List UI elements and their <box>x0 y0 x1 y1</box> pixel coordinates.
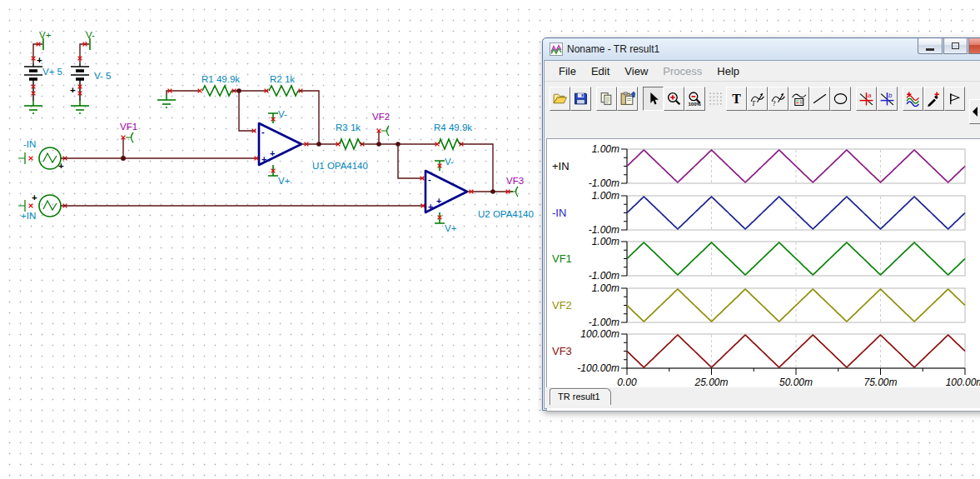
r4-label: R4 49.9k <box>434 122 472 132</box>
window-body: FileEditViewProcessHelp 100%TT?ab 1.00m-… <box>544 60 980 409</box>
probe-vf3[interactable]: VF3 <box>506 176 524 197</box>
u2-minus-input-mark: - <box>428 174 431 184</box>
y-min-label: -1.00m <box>589 317 619 328</box>
window-title: Noname - TR result1 <box>567 42 659 56</box>
plus-in-label: +IN <box>21 211 36 221</box>
copy-button[interactable] <box>596 87 617 111</box>
y-min-label: -1.00m <box>589 177 619 189</box>
tab-tr-result1[interactable]: TR result1 <box>550 388 611 405</box>
source-minus-in[interactable]: + -IN <box>18 139 67 171</box>
u1-ref-label: U1 OPA4140 <box>312 161 368 171</box>
marker-icon <box>947 91 963 107</box>
cursor-time-button[interactable]: T <box>747 87 768 111</box>
y-max-label: 1.00m <box>592 236 619 247</box>
u2-vminus-label: V- <box>445 157 454 167</box>
opamp-u1[interactable]: - + + V- V+ U1 OPA4140 <box>259 109 368 186</box>
grid-button <box>705 87 726 111</box>
r3-label: R3 1k <box>336 122 361 132</box>
zoom-100-button[interactable]: 100% <box>684 87 705 111</box>
x-tick-label: 100.00m <box>946 377 980 388</box>
draw-ellipse-icon <box>833 91 848 107</box>
battery-vplus[interactable]: + V+ V+ 5 <box>24 30 62 113</box>
vminus-value-label: V- 5 <box>94 71 111 81</box>
close-button[interactable]: ✕ <box>968 38 980 54</box>
draw-line-icon <box>812 91 828 107</box>
vminus-tag-label: V- <box>86 30 95 40</box>
trace-label-VF3: VF3 <box>552 345 572 357</box>
voltage-pin-icon <box>510 187 518 197</box>
window-titlebar[interactable]: Noname - TR result1 ✕ <box>543 38 980 60</box>
save-button[interactable] <box>570 87 591 111</box>
x-tick-label: 0.00 <box>617 377 637 388</box>
pick-curve-button[interactable] <box>923 87 944 111</box>
draw-line-button[interactable] <box>809 87 830 111</box>
y-min-label: -1.00m <box>589 224 619 236</box>
draw-ellipse-button[interactable] <box>830 87 851 111</box>
menu-edit[interactable]: Edit <box>585 62 616 80</box>
svg-text:a: a <box>868 91 872 98</box>
source-plus-mark: + <box>58 161 64 171</box>
plot-area[interactable]: 1.00m-1.00m+IN1.00m-1.00m-IN1.00m-1.00mV… <box>546 138 980 412</box>
minimize-button[interactable] <box>918 38 943 54</box>
u1-vminus-label: V- <box>278 109 287 119</box>
resistor-r2[interactable]: R2 1k <box>265 74 303 96</box>
cursor-b-button[interactable]: b <box>877 87 898 111</box>
zoom-in-icon <box>666 91 682 107</box>
menu-bar: FileEditViewProcessHelp <box>545 61 980 82</box>
voltage-pin-icon <box>126 132 133 142</box>
u1-plus-input-mark: + <box>261 154 266 164</box>
source-plus-mark: + <box>32 192 37 202</box>
probe-vf2[interactable]: VF2 <box>372 112 390 144</box>
y-max-label: 1.00m <box>592 282 619 294</box>
source-plus-in[interactable]: + +IN <box>18 192 67 221</box>
probe-vf1[interactable]: VF1 <box>120 122 137 158</box>
trace-label-VF2: VF2 <box>552 299 572 312</box>
app-icon <box>550 42 563 56</box>
menu-view[interactable]: View <box>618 62 654 80</box>
cursor-a-button[interactable]: a <box>856 87 877 111</box>
vplus-tag-label: V+ <box>39 30 52 40</box>
copy-icon <box>599 91 614 107</box>
schematic-canvas[interactable]: + V+ V+ 5 + V- V- 5 R1 49.9k R <box>0 0 550 250</box>
battery-vminus[interactable]: + V- V- 5 <box>70 30 111 113</box>
resistor-r1[interactable]: R1 49.9k <box>198 74 241 96</box>
u2-supply-plus-mark: + <box>436 196 441 206</box>
cursor-b-icon: b <box>879 91 895 107</box>
maximize-button[interactable] <box>943 38 968 54</box>
scroll-left-button[interactable] <box>969 99 980 124</box>
ground-r1[interactable] <box>157 89 200 107</box>
menu-file[interactable]: File <box>552 62 583 80</box>
text-button[interactable]: T <box>726 87 747 111</box>
open-icon <box>552 91 568 107</box>
toolbar: 100%TT?ab <box>545 82 980 115</box>
left-arrow-icon <box>970 105 980 118</box>
vf2-label: VF2 <box>372 112 390 122</box>
vplus-value-label: V+ 5 <box>42 67 62 77</box>
menu-help[interactable]: Help <box>710 62 746 80</box>
y-max-label: 1.00m <box>592 190 619 202</box>
x-tick-label: 75.00m <box>863 377 897 388</box>
grid-icon <box>708 91 724 107</box>
ground-icon <box>24 101 42 113</box>
paste-button[interactable] <box>617 87 638 111</box>
resistor-r4[interactable]: R4 49.9k <box>434 122 472 149</box>
cursor-value-icon: ? <box>770 91 786 107</box>
u1-supply-plus-mark: + <box>270 148 275 158</box>
y-max-label: 1.00m <box>592 143 619 155</box>
minimize-icon <box>926 48 934 51</box>
open-button[interactable] <box>550 87 570 111</box>
junction-dot <box>490 189 495 194</box>
resistor-r3[interactable]: R3 1k <box>336 122 364 149</box>
add-curves-button[interactable] <box>903 87 923 111</box>
wire <box>460 144 493 192</box>
svg-text:b: b <box>888 91 893 98</box>
cursor-value-button[interactable]: ? <box>768 87 788 111</box>
zoom-in-button[interactable] <box>664 87 684 111</box>
marker-button[interactable] <box>944 87 965 111</box>
junction-dot <box>316 142 321 147</box>
opamp-u2[interactable]: - + + V- V+ U2 OPA4140 <box>425 157 534 233</box>
cursor-a-icon: a <box>858 91 874 107</box>
paste-icon <box>619 91 635 107</box>
select-button[interactable] <box>643 87 664 111</box>
legend-button[interactable] <box>788 87 809 111</box>
